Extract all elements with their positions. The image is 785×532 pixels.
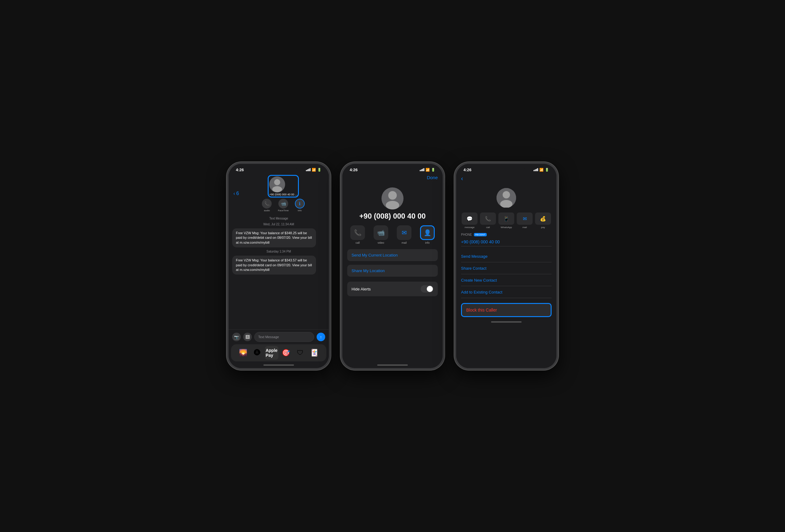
battery-icon-1: 🔋 bbox=[317, 168, 322, 172]
whatsapp-label-info: WhatsApp bbox=[501, 226, 512, 229]
status-time-2: 4:26 bbox=[350, 167, 358, 172]
audio-action[interactable]: 📞 audio bbox=[262, 199, 272, 212]
svg-point-3 bbox=[386, 201, 399, 209]
phone-2-screen: 4:26 📶 🔋 Done bbox=[342, 164, 443, 368]
battery-icon-3: 🔋 bbox=[545, 168, 549, 172]
call-icon: 📞 bbox=[350, 225, 365, 240]
hide-alerts-label: Hide Alerts bbox=[352, 287, 371, 291]
block-caller-item[interactable]: Block this Caller bbox=[461, 303, 552, 317]
svg-point-2 bbox=[388, 191, 397, 200]
add-to-existing-item[interactable]: Add to Existing Contact bbox=[461, 287, 552, 298]
send-message-item[interactable]: Send Message bbox=[461, 251, 552, 262]
chat-date-2: Saturday 1:34 PM bbox=[232, 250, 325, 253]
chat-text-2: Free VZW Msg: Your balance of $343.57 wi… bbox=[236, 258, 312, 271]
mail-label-info: mail bbox=[523, 226, 527, 229]
whatsapp-action-info[interactable]: 📱 WhatsApp bbox=[498, 212, 514, 229]
share-location-item[interactable]: Share My Location bbox=[347, 265, 438, 277]
chat-bubble-1: Free VZW Msg: Your balance of $348.25 wi… bbox=[232, 229, 316, 247]
phone-3: 4:26 📶 🔋 ‹ bbox=[454, 162, 558, 370]
mail-label: mail bbox=[402, 241, 407, 244]
call-action-info[interactable]: 📞 call bbox=[480, 212, 496, 229]
back-chevron-icon: ‹ bbox=[233, 191, 235, 196]
home-indicator-3 bbox=[491, 321, 522, 323]
menu-section: Send My Current Location Share My Locati… bbox=[342, 247, 443, 363]
status-time-1: 4:26 bbox=[236, 167, 244, 172]
create-contact-item[interactable]: Create New Contact bbox=[461, 274, 552, 286]
hide-alerts-toggle[interactable] bbox=[421, 285, 433, 293]
camera-button[interactable]: 📷 bbox=[232, 332, 241, 341]
share-contact-item[interactable]: Share Contact bbox=[461, 263, 552, 274]
dock-icon-game[interactable]: 🃏 bbox=[308, 346, 321, 360]
message-input[interactable]: Text Message bbox=[254, 332, 314, 342]
info-label-2: info bbox=[425, 241, 430, 244]
dock-icon-applepay[interactable]: ApplePay bbox=[265, 346, 278, 360]
facetime-action[interactable]: 📹 FaceTime bbox=[278, 199, 288, 212]
video-label: video bbox=[378, 241, 384, 244]
contact-action-row: 📞 call 📹 video ✉ mail 👤 info bbox=[342, 223, 443, 247]
info-icon-2: 👤 bbox=[420, 225, 435, 240]
chat-area: Text Message Wed, Jul 22, 11:34 AM Free … bbox=[229, 214, 329, 329]
imessage-nav: ‹ 6 +90 (008) 000 40 00 ... bbox=[229, 174, 329, 214]
info-nav: ‹ bbox=[456, 174, 556, 184]
chat-bubble-2: Free VZW Msg: Your balance of $343.57 wi… bbox=[232, 256, 316, 274]
mail-action-info[interactable]: ✉ mail bbox=[517, 212, 533, 229]
info-action[interactable]: ℹ info bbox=[295, 199, 305, 212]
share-location-label: Share My Location bbox=[352, 268, 384, 273]
svg-point-5 bbox=[503, 191, 510, 198]
share-contact-label: Share Contact bbox=[461, 266, 486, 271]
dock: 🌄 🅐 ApplePay 🎯 🛡 🃏 bbox=[231, 344, 326, 362]
dock-icon-photos[interactable]: 🌄 bbox=[236, 346, 250, 360]
done-button[interactable]: Done bbox=[427, 175, 438, 180]
dock-icon-target[interactable]: 🎯 bbox=[279, 346, 293, 360]
svg-point-1 bbox=[272, 186, 282, 192]
action-icons: 📞 audio 📹 FaceTime ℹ info bbox=[262, 199, 304, 212]
contact-detail-nav: Done bbox=[342, 174, 443, 183]
contact-phone-large: +90 (008) 000 40 00 bbox=[359, 212, 426, 220]
phone-1-screen: 4:26 📶 🔋 ‹ 6 bbox=[229, 164, 329, 368]
appstore-button[interactable]: 🅰 bbox=[243, 332, 252, 341]
call-action[interactable]: 📞 call bbox=[349, 225, 367, 244]
chat-datetime-1: Wed, Jul 22, 11:34 AM bbox=[232, 222, 325, 226]
create-contact-label: Create New Contact bbox=[461, 278, 497, 283]
send-button[interactable]: ↑ bbox=[316, 332, 325, 341]
info-header bbox=[456, 184, 556, 210]
info-label: info bbox=[298, 209, 302, 212]
send-location-label: Send My Current Location bbox=[352, 253, 398, 258]
input-placeholder: Text Message bbox=[258, 335, 279, 339]
back-button[interactable]: ‹ 6 bbox=[233, 191, 239, 196]
contact-avatar-wrap[interactable]: +90 (008) 000 40 00 ... bbox=[268, 175, 299, 197]
audio-label: audio bbox=[264, 209, 270, 212]
status-time-3: 4:26 bbox=[463, 167, 472, 172]
dock-icon-shield[interactable]: 🛡 bbox=[294, 346, 307, 360]
info-action-2[interactable]: 👤 info bbox=[418, 225, 436, 244]
mail-icon: ✉ bbox=[397, 225, 411, 240]
phone-2: 4:26 📶 🔋 Done bbox=[340, 162, 445, 370]
info-section: phone RECENT +90 (008) 000 40 00 bbox=[456, 231, 556, 248]
info-back-button[interactable]: ‹ bbox=[461, 175, 463, 182]
dock-icon-appstore[interactable]: 🅐 bbox=[251, 346, 264, 360]
call-label-info: call bbox=[486, 226, 490, 229]
send-location-item[interactable]: Send My Current Location bbox=[347, 249, 438, 261]
info-phone-number[interactable]: +90 (008) 000 40 00 bbox=[461, 238, 552, 246]
status-icons-1: 📶 🔋 bbox=[306, 168, 322, 172]
message-input-bar: 📷 🅰 Text Message ↑ bbox=[229, 329, 329, 344]
section-label-text: phone bbox=[461, 233, 472, 236]
person-icon-3 bbox=[497, 188, 516, 208]
contact-number-small: +90 (008) 000 40 00 ... bbox=[269, 193, 297, 196]
chat-text-1: Free VZW Msg: Your balance of $348.25 wi… bbox=[236, 231, 312, 244]
video-action[interactable]: 📹 video bbox=[372, 225, 390, 244]
mail-action[interactable]: ✉ mail bbox=[395, 225, 413, 244]
wifi-icon-2: 📶 bbox=[426, 168, 430, 172]
svg-point-6 bbox=[500, 200, 512, 208]
facetime-label: FaceTime bbox=[278, 209, 288, 212]
info-action-row: 💬 message 📞 call 📱 WhatsApp ✉ mail 💰 bbox=[456, 210, 556, 231]
status-icons-3: 📶 🔋 bbox=[534, 168, 549, 172]
pay-action-info[interactable]: 💰 pay bbox=[535, 212, 551, 229]
scene: 4:26 📶 🔋 ‹ 6 bbox=[214, 150, 571, 382]
contact-avatar-2 bbox=[381, 187, 404, 209]
pay-label-info: pay bbox=[541, 226, 545, 229]
message-action-info[interactable]: 💬 message bbox=[462, 212, 478, 229]
audio-icon: 📞 bbox=[262, 199, 272, 209]
message-icon-info: 💬 bbox=[462, 212, 478, 225]
hide-alerts-item[interactable]: Hide Alerts bbox=[347, 282, 438, 296]
